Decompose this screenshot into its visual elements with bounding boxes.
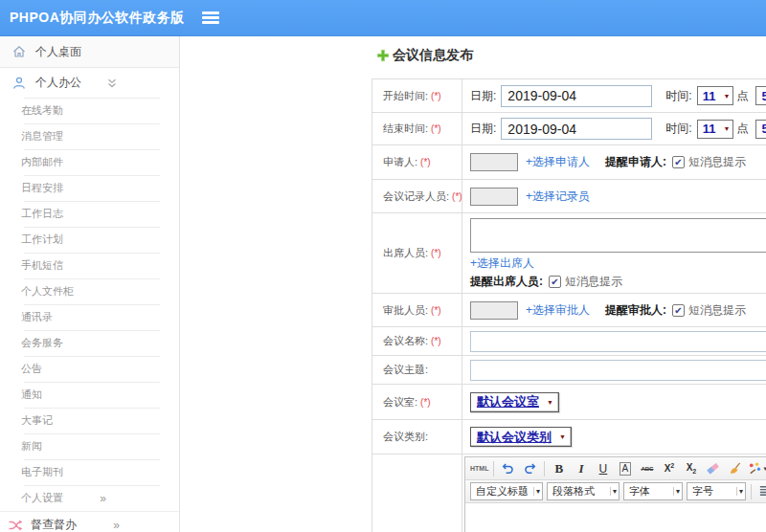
sms-hint-label: 短消息提示 <box>688 302 746 319</box>
italic-icon[interactable]: I <box>571 459 591 478</box>
chevron-down-icon: ▼ <box>544 399 556 406</box>
hamburger-menu-icon[interactable] <box>202 10 219 27</box>
double-chevron-right-icon: » <box>100 492 106 505</box>
sidebar-item[interactable]: 电子期刊 <box>0 459 179 485</box>
toolbar-separator <box>544 461 545 477</box>
approver-input[interactable] <box>470 301 518 320</box>
app-title: PHPOA协同办公软件政务版 <box>0 10 185 27</box>
redo-icon[interactable] <box>520 459 540 478</box>
meeting-category-row: 会议类别: 默认会议类别 ▼ <box>372 420 766 454</box>
remind-applicant-label: 提醒申请人: <box>605 154 666 170</box>
chevron-down-icon: ▼ <box>556 433 569 440</box>
font-family-select[interactable]: 字体▾ <box>623 482 683 500</box>
recorder-input[interactable] <box>470 188 518 206</box>
meeting-subject-row: 会议主题: <box>372 356 766 385</box>
bold-icon[interactable]: B <box>549 459 569 478</box>
remind-attendee-label: 提醒出席人员: <box>470 274 543 290</box>
subscript-icon[interactable]: X2 <box>681 459 701 478</box>
eraser-icon[interactable] <box>703 459 723 478</box>
toolbar-separator <box>751 484 752 499</box>
approver-row: 审批人员:(*) +选择审批人 提醒审批人: ✔ 短消息提示 <box>372 294 766 327</box>
plus-icon <box>376 49 390 62</box>
chevron-down-icon: ▾ <box>610 487 619 496</box>
clear-format-icon[interactable] <box>725 459 745 478</box>
start-time-row: 开始时间:(*) 日期: 时间: 11▼ 点 55▼ 分 <box>372 79 766 113</box>
paragraph-format-select[interactable]: 段落格式▾ <box>547 482 620 500</box>
main-content: 会议信息发布 开始时间:(*) 日期: 时间: 11▼ 点 55▼ 分 结束时间… <box>180 36 766 532</box>
sidebar-item[interactable]: 新闻 <box>0 433 179 459</box>
required-mark: (*) <box>431 123 441 134</box>
start-minute-select[interactable]: 55▼ <box>755 86 766 105</box>
font-size-select[interactable]: 字号▾ <box>687 482 746 500</box>
sidebar-item[interactable]: 工作计划 <box>0 227 179 253</box>
required-mark: (*) <box>452 191 462 202</box>
double-chevron-right-icon: » <box>113 519 120 532</box>
end-time-row: 结束时间:(*) 日期: 时间: 11▼ 点 55▼ 分 <box>372 113 766 145</box>
required-mark: (*) <box>431 91 441 101</box>
field-label: 会议室: <box>383 395 417 410</box>
recorder-row: 会议记录人员:(*) +选择记录员 <box>372 180 766 213</box>
chevron-down-icon: ▼ <box>720 93 732 100</box>
choose-attendee-link[interactable]: +选择出席人 <box>470 256 534 270</box>
required-mark: (*) <box>431 336 441 346</box>
html-source-button[interactable]: HTML <box>469 459 489 478</box>
choose-recorder-link[interactable]: +选择记录员 <box>526 188 590 205</box>
choose-applicant-link[interactable]: +选择申请人 <box>526 154 590 170</box>
required-mark: (*) <box>420 157 431 167</box>
hour-unit-label: 点 <box>736 88 748 104</box>
sidebar-item[interactable]: 通知 <box>0 382 179 408</box>
start-date-input[interactable] <box>501 85 652 107</box>
sidebar-item[interactable]: 个人文件柜 <box>0 278 179 304</box>
end-minute-select[interactable]: 55▼ <box>755 120 766 139</box>
sidebar-item[interactable]: 手机短信 <box>0 253 179 278</box>
start-hour-select[interactable]: 11▼ <box>697 86 734 105</box>
meeting-category-select[interactable]: 默认会议类别 ▼ <box>470 427 572 447</box>
sidebar-item[interactable]: 消息管理 <box>0 123 179 149</box>
approver-sms-checkbox[interactable]: ✔ <box>672 304 685 317</box>
sidebar-item[interactable]: 通讯录 <box>0 304 179 330</box>
editor-toolbar-row-2: 自定义标题▾段落格式▾字体▾字号▾ <box>465 480 766 503</box>
choose-approver-link[interactable]: +选择审批人 <box>526 302 590 319</box>
sidebar-item-label: 个人设置 <box>21 491 63 505</box>
sidebar-item[interactable]: 公告 <box>0 356 179 382</box>
meeting-subject-input[interactable] <box>470 360 766 381</box>
required-mark: (*) <box>420 397 431 408</box>
sidebar: 个人桌面 个人办公 在线考勤消息管理内部邮件日程安排工作日志工作计划手机短信个人… <box>0 36 180 532</box>
sidebar-group-label: 个人办公 <box>35 75 81 91</box>
chevron-down-icon: ▾ <box>533 487 542 496</box>
strikethrough-icon[interactable]: ABC <box>637 459 657 478</box>
meeting-form: 开始时间:(*) 日期: 时间: 11▼ 点 55▼ 分 结束时间:(*) 日期… <box>372 78 766 532</box>
sidebar-item[interactable]: 工作日志 <box>0 201 179 227</box>
sidebar-item[interactable]: 会务服务 <box>0 330 179 356</box>
heading-select[interactable]: 自定义标题▾ <box>470 482 543 500</box>
editor-toolbar-row-1: HTMLBIUAABCX2X2▾66TA▾ab▾123▾▾ <box>465 457 766 480</box>
applicant-sms-checkbox[interactable]: ✔ <box>672 156 685 168</box>
end-date-input[interactable] <box>501 118 652 140</box>
sidebar-item-settings[interactable]: 个人设置 » <box>0 485 179 511</box>
field-label: 开始时间: <box>383 89 428 103</box>
meeting-name-input[interactable] <box>470 331 766 352</box>
format-painter-icon[interactable]: ▾ <box>747 459 766 478</box>
underline-icon[interactable]: U <box>593 459 613 478</box>
meeting-room-select[interactable]: 默认会议室 ▼ <box>470 392 559 412</box>
end-hour-select[interactable]: 11▼ <box>697 120 734 139</box>
align-left-icon[interactable] <box>755 482 766 501</box>
applicant-input[interactable] <box>470 153 518 171</box>
rich-text-editor: HTMLBIUAABCX2X2▾66TA▾ab▾123▾▾ 自定义标题▾段落格式… <box>464 456 766 532</box>
sidebar-item[interactable]: 在线考勤 <box>0 98 179 123</box>
attendee-sms-checkbox[interactable]: ✔ <box>549 276 561 288</box>
sidebar-group-personal-office[interactable]: 个人办公 <box>0 68 179 98</box>
sidebar-item[interactable]: 大事记 <box>0 408 179 433</box>
undo-icon[interactable] <box>498 459 518 478</box>
sidebar-item[interactable]: 内部邮件 <box>0 149 179 175</box>
sidebar-item[interactable]: 日程安排 <box>0 175 179 201</box>
sidebar-item-supervision[interactable]: 督查督办 » <box>0 511 179 532</box>
double-chevron-down-icon <box>104 76 120 91</box>
app-header: PHPOA协同办公软件政务版 <box>0 0 766 36</box>
font-style-icon[interactable]: A <box>615 459 635 478</box>
home-icon <box>11 44 27 59</box>
superscript-icon[interactable]: X2 <box>659 459 679 478</box>
editor-content-area[interactable] <box>465 503 766 532</box>
sidebar-item-desktop[interactable]: 个人桌面 <box>0 36 179 68</box>
attendee-textarea[interactable] <box>470 218 766 253</box>
